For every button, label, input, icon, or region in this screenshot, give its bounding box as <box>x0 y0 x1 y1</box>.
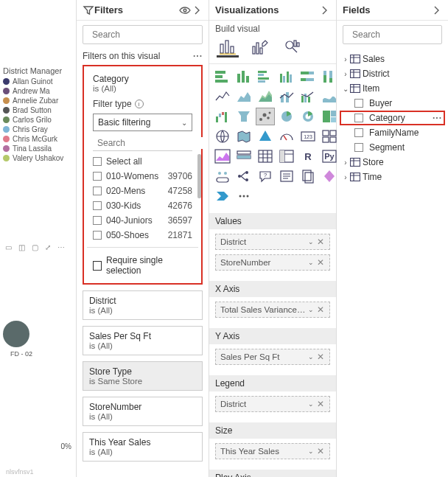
viz-funnel[interactable] <box>235 108 253 125</box>
filter-value-row[interactable]: 040-Juniors36597 <box>93 213 197 228</box>
viz-line-stacked-column[interactable] <box>278 88 295 105</box>
checkbox[interactable] <box>354 114 363 122</box>
legend-item[interactable]: Chris McGurk <box>3 135 73 143</box>
field-item[interactable]: Category··· <box>340 111 445 125</box>
caret-icon[interactable]: ⌄ <box>341 85 350 93</box>
viz-stacked-area[interactable] <box>256 88 274 105</box>
viz-automate[interactable] <box>214 188 231 204</box>
remove-icon[interactable]: ✕ <box>316 304 325 315</box>
table-item[interactable]: ›Store <box>340 155 445 170</box>
viz-more[interactable] <box>235 188 253 204</box>
collapse-icon[interactable] <box>191 4 203 16</box>
table-item[interactable]: ›Time <box>340 170 445 184</box>
chevron-down-icon[interactable]: ⌄ <box>308 259 314 266</box>
chevron-down-icon[interactable]: ⌄ <box>308 448 314 455</box>
legend-item[interactable]: Andrew Ma <box>3 87 73 95</box>
visual-icon[interactable]: ⋯ <box>56 242 66 252</box>
viz-donut[interactable] <box>299 108 317 125</box>
viz-azure-map[interactable] <box>256 128 274 145</box>
viz-clustered-column[interactable] <box>278 69 295 85</box>
field-well[interactable]: This Year Sales⌄✕ <box>215 443 330 459</box>
legend-item[interactable]: Annelie Zubar <box>3 97 73 105</box>
field-well[interactable]: Total Sales Variance %⌄✕ <box>215 302 330 318</box>
viz-treemap[interactable] <box>321 108 338 125</box>
viz-waterfall[interactable] <box>214 108 231 125</box>
field-well[interactable]: Sales Per Sq Ft⌄✕ <box>215 349 330 365</box>
viz-line[interactable] <box>214 88 231 105</box>
filters-search-input[interactable] <box>91 29 204 41</box>
visual-icon[interactable]: ◫ <box>16 242 27 252</box>
legend-item[interactable]: Brad Sutton <box>3 106 73 114</box>
filter-card[interactable]: This Year Salesis (All) <box>83 432 203 462</box>
visual-icon[interactable]: ▢ <box>29 242 40 252</box>
filter-value-row[interactable]: 020-Mens47258 <box>93 184 197 198</box>
filter-value-row[interactable]: 010-Womens39706 <box>93 169 197 184</box>
viz-matrix[interactable] <box>278 148 295 164</box>
viz-paginated[interactable] <box>299 168 317 184</box>
viz-narrative[interactable] <box>278 168 295 184</box>
viz-line-clustered-column[interactable] <box>299 88 317 105</box>
remove-icon[interactable]: ✕ <box>316 352 325 362</box>
values-scrollbar[interactable] <box>197 154 201 198</box>
checkbox[interactable] <box>354 128 363 137</box>
remove-icon[interactable]: ✕ <box>316 237 325 247</box>
viz-python[interactable]: Py <box>321 148 338 164</box>
filter-value-row[interactable]: Select all <box>93 154 197 169</box>
viz-kpi[interactable] <box>214 148 231 164</box>
checkbox[interactable] <box>93 231 102 240</box>
remove-icon[interactable]: ✕ <box>316 399 325 409</box>
viz-map[interactable] <box>214 128 231 145</box>
filter-value-row[interactable]: 050-Shoes21871 <box>93 228 197 243</box>
chevron-down-icon[interactable]: ⌄ <box>308 353 314 361</box>
viz-area[interactable] <box>235 88 253 105</box>
checkbox[interactable] <box>354 143 363 152</box>
viz-stacked-column[interactable] <box>235 69 253 85</box>
filter-card[interactable]: Store Typeis Same Store <box>83 361 203 391</box>
build-visual-tab[interactable] <box>217 37 239 58</box>
field-well[interactable]: District⌄✕ <box>215 234 330 250</box>
filter-card[interactable]: Sales Per Sq Ftis (All) <box>83 326 203 355</box>
visual-icon[interactable]: ⤢ <box>43 242 53 252</box>
viz-pie[interactable] <box>278 108 295 125</box>
legend-item[interactable]: Carlos Grilo <box>3 116 73 124</box>
analytics-tab[interactable] <box>281 37 304 58</box>
remove-icon[interactable]: ✕ <box>316 257 325 268</box>
filter-card[interactable]: StoreNumberis (All) <box>83 397 203 426</box>
field-item[interactable]: FamilyName <box>340 125 445 140</box>
caret-icon[interactable]: › <box>341 70 350 78</box>
caret-icon[interactable]: › <box>341 55 350 63</box>
field-well[interactable]: StoreNumber⌄✕ <box>215 254 330 271</box>
remove-icon[interactable]: ✕ <box>316 446 325 456</box>
viz-r[interactable]: R <box>299 148 317 164</box>
viz-key-influencers[interactable] <box>214 168 231 184</box>
viz-powerapps[interactable] <box>321 168 338 184</box>
info-icon[interactable]: i <box>135 100 144 108</box>
table-item[interactable]: ›Sales <box>340 52 445 66</box>
visual-icon[interactable]: ▭ <box>3 242 13 252</box>
filter-type-select[interactable]: Basic filtering ⌄ <box>93 114 192 131</box>
field-well[interactable]: District⌄✕ <box>215 396 330 412</box>
filter-values-search-input[interactable] <box>96 137 209 149</box>
legend-item[interactable]: Chris Gray <box>3 125 73 133</box>
format-visual-tab[interactable] <box>249 37 271 58</box>
chevron-down-icon[interactable]: ⌄ <box>308 400 314 408</box>
viz-multi-card[interactable] <box>321 128 338 145</box>
eye-icon[interactable] <box>179 4 191 16</box>
viz-slicer[interactable] <box>235 148 253 164</box>
collapse-icon[interactable] <box>430 4 442 16</box>
filter-value-row[interactable]: 030-Kids42676 <box>93 198 197 213</box>
caret-icon[interactable]: › <box>341 159 350 167</box>
viz-ribbon[interactable] <box>321 88 338 105</box>
chevron-down-icon[interactable]: ⌄ <box>308 306 314 313</box>
viz-100-column[interactable] <box>321 69 338 85</box>
checkbox[interactable] <box>354 99 363 108</box>
table-item[interactable]: ›District <box>340 66 445 81</box>
viz-decomposition[interactable] <box>235 168 253 184</box>
field-item[interactable]: Buyer <box>340 96 445 111</box>
legend-item[interactable]: Valery Ushakov <box>3 154 73 162</box>
filters-search[interactable] <box>83 25 203 44</box>
filter-card[interactable]: Districtis (All) <box>83 290 203 320</box>
viz-100-bar[interactable] <box>299 69 317 85</box>
more-icon[interactable]: ··· <box>433 113 442 123</box>
viz-stacked-bar[interactable] <box>214 69 231 85</box>
